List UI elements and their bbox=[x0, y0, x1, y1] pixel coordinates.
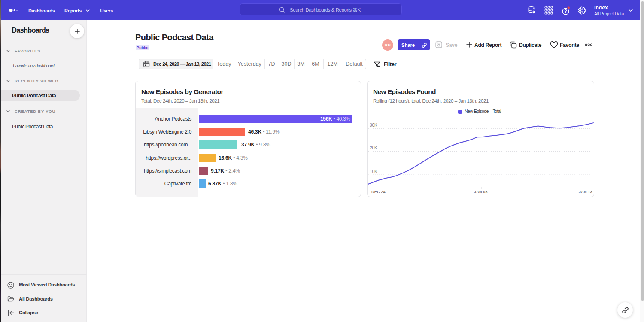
svg-text:?: ? bbox=[564, 9, 567, 14]
